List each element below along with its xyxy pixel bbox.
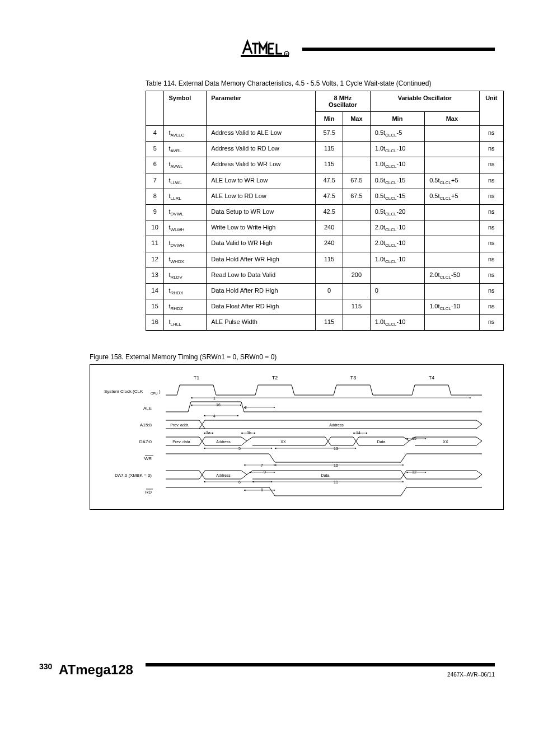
- table-caption: Table 114. External Data Memory Characte…: [146, 79, 495, 87]
- footer-rule: [146, 663, 495, 666]
- figure-caption: Figure 158. External Memory Timing (SRWn…: [90, 353, 495, 361]
- svg-text:XX: XX: [443, 440, 448, 444]
- svg-text:Prev. data: Prev. data: [172, 440, 190, 444]
- svg-text:Data: Data: [321, 473, 330, 477]
- svg-text:Address: Address: [216, 473, 231, 477]
- svg-text:DA7:0: DA7:0: [139, 439, 152, 444]
- table-row: 12tWHDXData Hold After WR High1151.0tCLC…: [146, 252, 504, 267]
- svg-text:Data: Data: [377, 440, 386, 444]
- svg-text:3a: 3a: [206, 431, 210, 435]
- svg-text:6: 6: [238, 480, 241, 484]
- svg-text:T4: T4: [429, 375, 435, 381]
- svg-text:1: 1: [213, 396, 216, 400]
- svg-text:T3: T3: [350, 375, 357, 381]
- svg-text:RD: RD: [145, 490, 152, 495]
- svg-rect-0: [241, 55, 289, 57]
- svg-text:ALE: ALE: [143, 406, 152, 411]
- svg-text:11: 11: [334, 480, 338, 484]
- svg-text:16: 16: [216, 403, 221, 407]
- svg-text:12: 12: [412, 470, 416, 474]
- table-row: 10tWLWHWrite Low to Write High2402.0tCLC…: [146, 220, 504, 236]
- data-table: Symbol Parameter 8 MHz Oscillator Variab…: [146, 91, 504, 331]
- svg-text:4: 4: [213, 414, 216, 418]
- table-row: 16tLHLLALE Pulse Width1151.0tCLCL-10ns: [146, 315, 504, 331]
- table-row: 5tAVRLAddress Valid to RD Low1151.0tCLCL…: [146, 142, 504, 157]
- page-header: R: [39, 39, 495, 59]
- table-row: 6tAVWLAddress Valid to WR Low1151.0tCLCL…: [146, 157, 504, 173]
- svg-text:13: 13: [334, 447, 338, 450]
- svg-text:3b: 3b: [247, 431, 251, 435]
- svg-text:Prev. addr.: Prev. addr.: [170, 423, 189, 427]
- timing-label: T1: [194, 375, 200, 381]
- svg-text:7: 7: [261, 463, 263, 467]
- svg-text:A15:8: A15:8: [140, 422, 152, 428]
- svg-text:CPU: CPU: [151, 392, 158, 395]
- table-header-row: Symbol Parameter 8 MHz Oscillator Variab…: [146, 91, 504, 112]
- svg-text:DA7:0 (XMBK = 0): DA7:0 (XMBK = 0): [115, 473, 152, 478]
- svg-text:XX: XX: [280, 440, 286, 444]
- atmel-logo: R: [241, 39, 291, 59]
- svg-text:14: 14: [356, 431, 360, 435]
- svg-text:10: 10: [334, 463, 338, 467]
- timing-diagram: T1 T2 T3 T4 System Clock (CLK CPU ) ALE …: [90, 364, 504, 510]
- svg-text:15: 15: [412, 436, 416, 440]
- table-row: 15tRHDZData Float After RD High1151.0tCL…: [146, 299, 504, 315]
- table-row: 11tDVWHData Valid to WR High2402.0tCLCL-…: [146, 236, 504, 252]
- svg-text:5: 5: [238, 447, 241, 450]
- svg-text:Address: Address: [329, 423, 344, 427]
- svg-text:): ): [159, 389, 161, 394]
- svg-text:9: 9: [264, 470, 266, 474]
- header-rule: [302, 48, 495, 51]
- table-row: 4tAVLLCAddress Valid to ALE Low57.50.5tC…: [146, 126, 504, 142]
- table-row: 8tLLRLALE Low to RD Low47.567.50.5tCLCL-…: [146, 189, 504, 204]
- svg-text:8: 8: [261, 488, 263, 492]
- doc-id: 2467X–AVR–06/11: [447, 672, 495, 678]
- svg-text:System Clock (CLK: System Clock (CLK: [104, 389, 143, 394]
- svg-text:2: 2: [245, 406, 247, 410]
- table-row: 14tRHDXData Hold After RD High00ns: [146, 283, 504, 299]
- table-row: 13tRLDVRead Low to Data Valid2002.0tCLCL…: [146, 267, 504, 283]
- page-number: 330: [39, 662, 52, 671]
- table-row: 7tLLWLALE Low to WR Low47.567.50.5tCLCL-…: [146, 173, 504, 189]
- svg-text:T2: T2: [272, 375, 278, 381]
- table-row: 9tDVWLData Setup to WR Low42.50.5tCLCL-2…: [146, 204, 504, 220]
- doc-title: ATmega128: [59, 662, 133, 678]
- svg-text:Address: Address: [216, 440, 231, 444]
- svg-text:WR: WR: [144, 456, 152, 461]
- svg-text:R: R: [285, 53, 288, 56]
